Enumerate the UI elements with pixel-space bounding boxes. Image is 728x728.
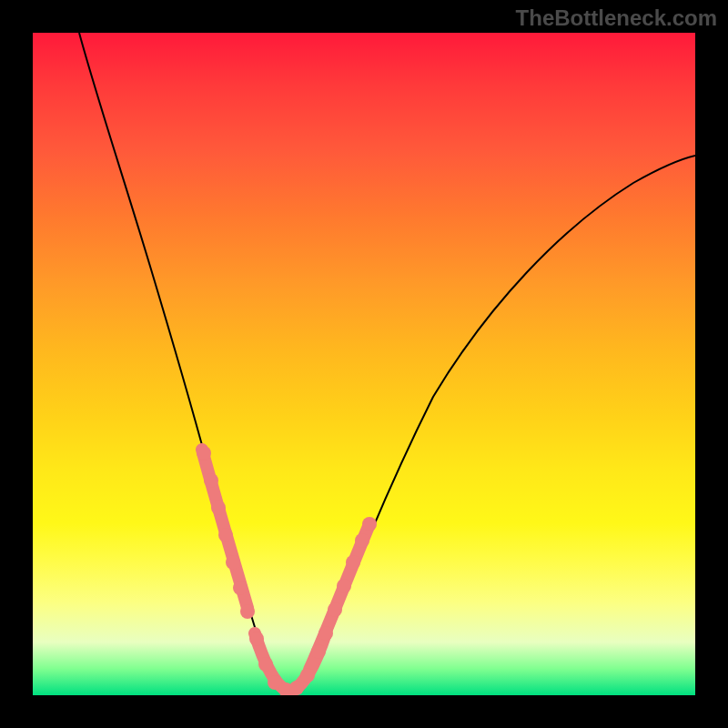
plot-area [33, 33, 695, 695]
svg-point-17 [346, 555, 360, 570]
svg-point-15 [328, 602, 342, 617]
svg-point-14 [318, 626, 333, 641]
svg-point-5 [233, 581, 248, 595]
svg-point-7 [249, 632, 264, 646]
svg-point-1 [204, 473, 218, 488]
svg-point-3 [218, 528, 233, 542]
svg-point-0 [197, 446, 211, 460]
svg-point-16 [337, 579, 351, 593]
svg-point-18 [355, 533, 369, 548]
watermark-text: TheBottleneck.com [516, 5, 717, 31]
svg-point-6 [240, 604, 255, 619]
svg-point-13 [311, 644, 326, 659]
svg-point-8 [258, 657, 273, 672]
svg-point-12 [300, 668, 315, 682]
bottleneck-curve [79, 33, 695, 692]
svg-point-19 [362, 517, 377, 531]
curve-svg [33, 33, 695, 695]
svg-point-4 [226, 555, 240, 570]
svg-point-11 [289, 681, 304, 695]
svg-point-2 [211, 500, 226, 515]
